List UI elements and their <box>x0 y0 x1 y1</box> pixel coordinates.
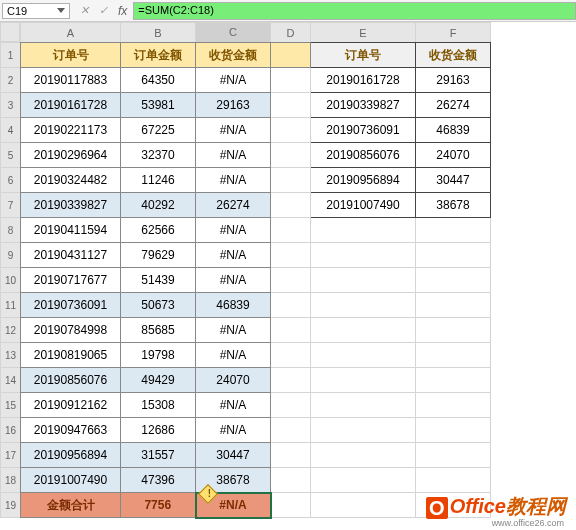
cell[interactable]: #N/A <box>196 143 271 168</box>
cell[interactable]: 64350 <box>121 68 196 93</box>
row-header[interactable]: 7 <box>1 193 21 218</box>
lookup-cell[interactable]: 20190956894 <box>311 168 416 193</box>
cell[interactable]: 49429 <box>121 368 196 393</box>
row-header[interactable]: 17 <box>1 443 21 468</box>
total-amount[interactable]: 7756 <box>121 493 196 518</box>
cell[interactable]: 40292 <box>121 193 196 218</box>
row-header[interactable]: 4 <box>1 118 21 143</box>
row-header[interactable]: 8 <box>1 218 21 243</box>
header-amount[interactable]: 订单金额 <box>121 43 196 68</box>
cell[interactable]: 20190856076 <box>21 368 121 393</box>
cell[interactable]: 20190431127 <box>21 243 121 268</box>
cell[interactable]: 20190947663 <box>21 418 121 443</box>
cell[interactable]: #N/A <box>196 168 271 193</box>
lookup-cell[interactable]: 20191007490 <box>311 193 416 218</box>
cell[interactable]: 20190117883 <box>21 68 121 93</box>
cell[interactable]: 30447 <box>196 443 271 468</box>
column-headers[interactable]: A B C D E F <box>20 22 491 44</box>
row-headers[interactable]: 12345678910111213141516171819 <box>0 42 21 518</box>
cell[interactable]: 46839 <box>196 293 271 318</box>
lookup-cell[interactable]: 24070 <box>416 143 491 168</box>
lookup-cell[interactable]: 20190339827 <box>311 93 416 118</box>
cell[interactable]: 67225 <box>121 118 196 143</box>
col-header-b[interactable]: B <box>121 23 196 43</box>
row-header[interactable]: 10 <box>1 268 21 293</box>
lookup-cell[interactable]: 29163 <box>416 68 491 93</box>
cell[interactable]: #N/A <box>196 418 271 443</box>
cell[interactable]: 20190324482 <box>21 168 121 193</box>
col-header-f[interactable]: F <box>416 23 491 43</box>
cell[interactable]: 26274 <box>196 193 271 218</box>
row-header[interactable]: 2 <box>1 68 21 93</box>
lookup-cell[interactable]: 38678 <box>416 193 491 218</box>
lookup-cell[interactable]: 20190161728 <box>311 68 416 93</box>
lookup-cell[interactable]: 30447 <box>416 168 491 193</box>
cell[interactable]: 20190339827 <box>21 193 121 218</box>
lookup-cell[interactable]: 26274 <box>416 93 491 118</box>
cell[interactable]: 20190717677 <box>21 268 121 293</box>
cell[interactable]: 20190736091 <box>21 293 121 318</box>
row-header[interactable]: 3 <box>1 93 21 118</box>
cell[interactable]: 51439 <box>121 268 196 293</box>
col-header-e[interactable]: E <box>311 23 416 43</box>
cell[interactable]: 85685 <box>121 318 196 343</box>
row-header[interactable]: 11 <box>1 293 21 318</box>
name-box[interactable]: C19 <box>2 3 70 19</box>
cell[interactable]: 20190819065 <box>21 343 121 368</box>
row-header[interactable]: 15 <box>1 393 21 418</box>
cell[interactable]: 20190221173 <box>21 118 121 143</box>
cell[interactable]: 19798 <box>121 343 196 368</box>
cell[interactable]: 79629 <box>121 243 196 268</box>
cell[interactable]: #N/A <box>196 343 271 368</box>
lookup-header-order[interactable]: 订单号 <box>311 43 416 68</box>
lookup-cell[interactable]: 46839 <box>416 118 491 143</box>
cell[interactable]: 20191007490 <box>21 468 121 493</box>
header-received[interactable]: 收货金额 <box>196 43 271 68</box>
cell[interactable]: 15308 <box>121 393 196 418</box>
cell[interactable]: 20190784998 <box>21 318 121 343</box>
header-order[interactable]: 订单号 <box>21 43 121 68</box>
confirm-icon[interactable]: ✓ <box>99 4 108 17</box>
row-header[interactable]: 18 <box>1 468 21 493</box>
cell[interactable]: 24070 <box>196 368 271 393</box>
lookup-cell[interactable]: 20190736091 <box>311 118 416 143</box>
cells[interactable]: 订单号 订单金额 收货金额 订单号 收货金额 2019011788364350#… <box>20 42 491 519</box>
cell[interactable]: 31557 <box>121 443 196 468</box>
cell[interactable] <box>271 43 311 68</box>
cancel-icon[interactable]: ✕ <box>80 4 89 17</box>
row-header[interactable]: 12 <box>1 318 21 343</box>
cell[interactable]: 20190296964 <box>21 143 121 168</box>
col-header-d[interactable]: D <box>271 23 311 43</box>
cell[interactable]: 20190956894 <box>21 443 121 468</box>
col-header-a[interactable]: A <box>21 23 121 43</box>
cell[interactable]: 53981 <box>121 93 196 118</box>
cell[interactable]: #N/A <box>196 218 271 243</box>
row-header[interactable]: 19 <box>1 493 21 518</box>
row-header[interactable]: 14 <box>1 368 21 393</box>
dropdown-icon[interactable] <box>57 8 65 13</box>
row-header[interactable]: 5 <box>1 143 21 168</box>
row-header[interactable]: 6 <box>1 168 21 193</box>
cell[interactable]: 20190912162 <box>21 393 121 418</box>
cell[interactable]: 32370 <box>121 143 196 168</box>
select-all-corner[interactable] <box>0 22 20 42</box>
formula-input[interactable]: =SUM(C2:C18) <box>133 2 576 20</box>
cell[interactable]: 11246 <box>121 168 196 193</box>
lookup-cell[interactable]: 20190856076 <box>311 143 416 168</box>
cell[interactable]: #N/A <box>196 268 271 293</box>
row-header[interactable]: 13 <box>1 343 21 368</box>
lookup-header-received[interactable]: 收货金额 <box>416 43 491 68</box>
fx-label[interactable]: fx <box>118 4 127 18</box>
cell[interactable]: #N/A <box>196 318 271 343</box>
cell[interactable]: #N/A <box>196 68 271 93</box>
cell[interactable]: #N/A <box>196 393 271 418</box>
cell[interactable]: 50673 <box>121 293 196 318</box>
cell[interactable]: 20190161728 <box>21 93 121 118</box>
total-label[interactable]: 金额合计 <box>21 493 121 518</box>
cell[interactable]: 29163 <box>196 93 271 118</box>
row-header[interactable]: 16 <box>1 418 21 443</box>
cell[interactable]: 47396 <box>121 468 196 493</box>
cell[interactable]: #N/A <box>196 118 271 143</box>
cell[interactable]: #N/A <box>196 243 271 268</box>
row-header[interactable]: 9 <box>1 243 21 268</box>
